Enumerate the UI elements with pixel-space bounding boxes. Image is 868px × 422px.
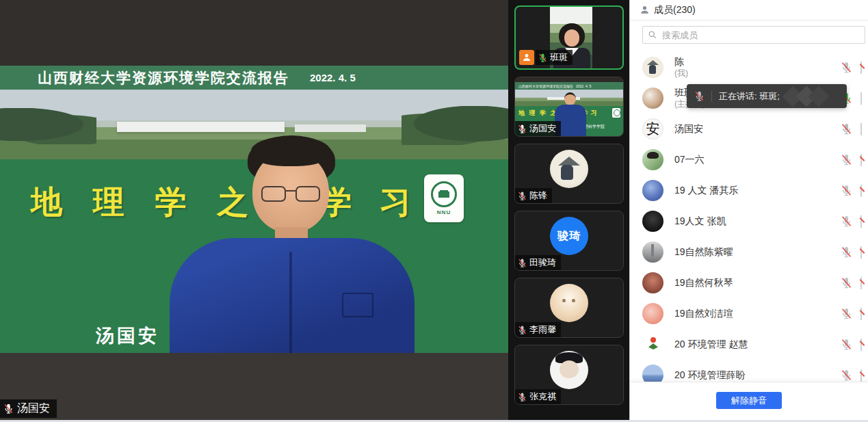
- trees-left: [0, 108, 96, 144]
- member-row[interactable]: 19自然何秋琴: [630, 267, 868, 298]
- member-avatar: [642, 303, 663, 324]
- mic-muted-icon[interactable]: [840, 369, 853, 382]
- member-row[interactable]: 19自然陈紫曜: [630, 237, 868, 267]
- member-avatar: [642, 180, 663, 201]
- camera-icon-clipped: [860, 369, 864, 382]
- search-input[interactable]: [642, 26, 865, 44]
- slide-page-number: 1: [385, 334, 391, 345]
- member-row[interactable]: 07一六: [630, 144, 868, 175]
- mic-idle-icon[interactable]: [840, 122, 853, 135]
- member-row[interactable]: 19自然刘洁瑄: [630, 298, 868, 329]
- camera-icon-clipped: [860, 277, 864, 289]
- member-avatar: [642, 211, 663, 232]
- mic-muted-icon[interactable]: [840, 184, 853, 197]
- video-tile-zhangkeqi[interactable]: 张克祺: [514, 345, 624, 405]
- slide-author: 汤国安: [96, 324, 159, 348]
- mic-muted-icon: [694, 90, 705, 102]
- host-badge-icon: [519, 50, 534, 65]
- mic-muted-icon: [517, 325, 527, 335]
- mic-muted-icon[interactable]: [840, 153, 853, 166]
- tile-name: 李雨馨: [529, 324, 556, 336]
- tile-name-tag: 陈锋: [515, 188, 552, 203]
- member-name: 汤国安: [674, 123, 840, 135]
- member-row[interactable]: 19 人文 潘其乐: [630, 175, 868, 206]
- mic-icon: [3, 403, 14, 414]
- camera-icon-clipped: [860, 123, 864, 135]
- member-name: 20 环境管理 赵慧: [674, 339, 840, 351]
- avatar: [550, 351, 588, 389]
- slide-header-date: 2022. 4. 5: [310, 72, 356, 83]
- member-avatar: [642, 241, 663, 263]
- search-icon: [648, 30, 657, 40]
- toast-text: 正在讲话: 班斑;: [719, 90, 780, 103]
- slide-title-left: 地 理 学 之 睿: [31, 181, 321, 224]
- camera-icon-clipped: [860, 339, 864, 351]
- campus-building: [117, 122, 285, 132]
- mic-muted-icon: [517, 258, 527, 268]
- mic-muted-icon[interactable]: [840, 338, 853, 351]
- mic-muted-icon[interactable]: [840, 246, 853, 259]
- camera-icon-clipped: [860, 308, 864, 320]
- member-name: 19自然刘洁瑄: [674, 308, 840, 320]
- member-row[interactable]: 陈 (我): [630, 52, 868, 83]
- member-row[interactable]: 20 环境管理 赵慧: [630, 329, 868, 360]
- member-name: 陈: [674, 56, 840, 68]
- university-logo: NNU: [424, 174, 464, 222]
- meeting-window: 山西财经大学资源环境学院交流报告 2022. 4. 5 地 理 学 之 睿 学 …: [0, 0, 868, 422]
- tile-name-tag: 李雨馨: [515, 322, 561, 337]
- toast-watermark: [781, 87, 829, 106]
- video-tile-tianjunqi[interactable]: 骏琦 田骏琦: [514, 211, 624, 271]
- tile-name-tag: 田骏琦: [515, 255, 561, 270]
- slide-department: 地理科学学院: [236, 324, 355, 348]
- member-name: 19 人文 潘其乐: [674, 185, 840, 197]
- main-video-name: 汤国安: [17, 401, 50, 416]
- slide-title-right: 学 习: [320, 181, 421, 224]
- member-row[interactable]: 19人文 张凯: [630, 206, 868, 237]
- members-icon: [640, 5, 650, 15]
- member-avatar: [642, 334, 663, 355]
- member-name: 19自然何秋琴: [674, 277, 840, 289]
- member-avatar: [642, 57, 663, 78]
- tile-name: 陈锋: [529, 189, 547, 202]
- avatar: 骏琦: [550, 217, 588, 255]
- tile-name: 张克祺: [529, 391, 556, 403]
- mini-university-logo: [612, 108, 620, 118]
- avatar: [550, 150, 588, 188]
- video-letterbox-top: [0, 0, 508, 66]
- member-name: 07一六: [674, 154, 840, 166]
- member-avatar: [642, 272, 663, 293]
- tile-name: 班斑: [550, 51, 568, 64]
- slide-header-band: 山西财经大学资源环境学院交流报告 2022. 4. 5: [0, 66, 508, 90]
- camera-icon-clipped: [860, 92, 864, 105]
- video-tile-liyuxin[interactable]: 李雨馨: [514, 278, 624, 338]
- main-video-name-tag: 汤国安: [0, 399, 57, 418]
- video-letterbox-bottom: [0, 353, 508, 422]
- mini-slide-header: 山西财经大学资源环境学院交流报告: [518, 84, 573, 88]
- mic-muted-icon[interactable]: [840, 215, 853, 228]
- tile-name-tag: 班斑: [536, 50, 573, 65]
- member-avatar: 安: [642, 118, 663, 140]
- toast-divider: [711, 91, 712, 102]
- tile-name-tag: 张克祺: [515, 389, 561, 404]
- mic-muted-icon[interactable]: [840, 61, 853, 74]
- video-tile-tangguoan-share[interactable]: 山西财经大学资源环境学院交流报告 2022. 4. 5 地 理 学 之 睿 学 …: [514, 77, 624, 137]
- member-row[interactable]: 安 汤国安: [630, 114, 868, 144]
- member-role: (我): [674, 68, 840, 79]
- thumbnail-strip: 班斑 山西财经大学资源环境学院交流报告 2022. 4. 5 地 理 学 之 睿…: [508, 0, 629, 422]
- tile-name: 田骏琦: [529, 256, 556, 269]
- member-name: 19人文 张凯: [674, 215, 840, 228]
- speaking-toast: 正在讲话: 班斑;: [687, 84, 847, 108]
- unmute-button[interactable]: 解除静音: [716, 392, 782, 409]
- camera-icon-clipped: [860, 62, 864, 74]
- video-tile-chenfeng[interactable]: 陈锋: [514, 144, 624, 204]
- video-tile-banban[interactable]: 班斑: [514, 5, 624, 70]
- mini-presenter-head: [564, 92, 576, 105]
- mic-muted-icon[interactable]: [840, 307, 853, 320]
- mic-muted-icon[interactable]: [840, 276, 853, 289]
- members-panel: 成员(230) 陈 (我): [629, 0, 868, 422]
- mic-muted-icon: [517, 392, 527, 402]
- members-panel-header: 成员(230): [630, 0, 868, 21]
- slide-header-title: 山西财经大学资源环境学院交流报告: [38, 68, 289, 88]
- main-video-region[interactable]: 山西财经大学资源环境学院交流报告 2022. 4. 5 地 理 学 之 睿 学 …: [0, 0, 508, 422]
- mic-muted-icon: [517, 191, 527, 201]
